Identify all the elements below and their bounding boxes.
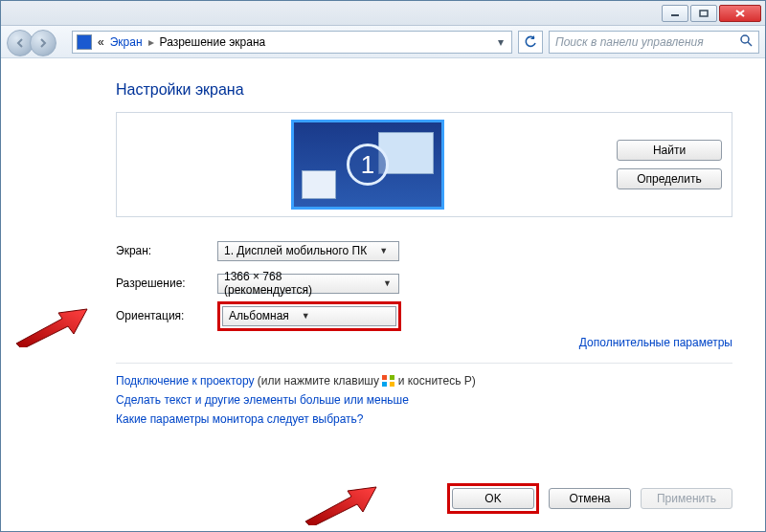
monitor-preview[interactable]: 1 bbox=[291, 120, 444, 210]
dialog-footer: OK Отмена Применить bbox=[1, 483, 732, 514]
orientation-value: Альбомная bbox=[229, 309, 289, 322]
which-monitor-link[interactable]: Какие параметры монитора следует выбрать… bbox=[116, 412, 364, 426]
resolution-label: Разрешение: bbox=[116, 277, 217, 290]
display-combo[interactable]: 1. Дисплей мобильного ПК ▼ bbox=[217, 241, 399, 261]
navigation-bar: « Экран ▸ Разрешение экрана ▾ Поиск в па… bbox=[1, 26, 765, 58]
window-frame: « Экран ▸ Разрешение экрана ▾ Поиск в па… bbox=[0, 0, 766, 532]
minimize-button[interactable] bbox=[662, 5, 688, 22]
search-placeholder: Поиск в панели управления bbox=[555, 35, 704, 49]
cancel-button[interactable]: Отмена bbox=[549, 488, 631, 509]
display-label: Экран: bbox=[116, 244, 217, 257]
projector-hint-b: и коснитесь P) bbox=[398, 374, 476, 388]
resolution-combo[interactable]: 1366 × 768 (рекомендуется) ▼ bbox=[217, 274, 399, 294]
resolution-value: 1366 × 768 (рекомендуется) bbox=[224, 270, 371, 297]
separator bbox=[116, 363, 732, 364]
chevron-down-icon: ▼ bbox=[380, 278, 394, 288]
windows-key-icon bbox=[382, 375, 394, 387]
highlight-box: Альбомная ▼ bbox=[217, 301, 401, 331]
control-panel-icon bbox=[77, 34, 92, 50]
monitor-number-badge: 1 bbox=[347, 144, 389, 186]
advanced-settings-link[interactable]: Дополнительные параметры bbox=[579, 336, 732, 349]
apply-button: Применить bbox=[641, 488, 732, 509]
breadcrumb-resolution: Разрешение экрана bbox=[160, 35, 266, 49]
titlebar bbox=[1, 1, 765, 26]
forward-button[interactable] bbox=[30, 30, 56, 56]
preview-window-icon bbox=[302, 170, 336, 199]
monitor-preview-box: 1 Найти Определить bbox=[116, 112, 732, 217]
find-button[interactable]: Найти bbox=[617, 140, 722, 161]
close-button[interactable] bbox=[719, 5, 761, 22]
maximize-button[interactable] bbox=[690, 5, 717, 22]
orientation-label: Ориентация: bbox=[116, 309, 217, 322]
chevron-down-icon: ▼ bbox=[299, 311, 313, 321]
detect-button[interactable]: Определить bbox=[617, 168, 722, 189]
search-box[interactable]: Поиск в панели управления bbox=[549, 31, 759, 54]
chevron-down-icon: ▼ bbox=[376, 246, 391, 255]
scaling-link[interactable]: Сделать текст и другие элементы больше и… bbox=[116, 393, 409, 407]
breadcrumb-root: « bbox=[98, 35, 104, 49]
svg-line-5 bbox=[748, 42, 752, 46]
breadcrumb-separator-icon: ▸ bbox=[148, 35, 154, 49]
highlight-box: OK bbox=[447, 483, 539, 514]
refresh-button[interactable] bbox=[518, 31, 543, 54]
projector-link[interactable]: Подключение к проектору bbox=[116, 374, 255, 388]
orientation-combo[interactable]: Альбомная ▼ bbox=[222, 306, 396, 326]
projector-hint-a: (или нажмите клавишу bbox=[258, 374, 383, 388]
annotation-arrow-icon bbox=[11, 305, 91, 347]
address-bar[interactable]: « Экран ▸ Разрешение экрана ▾ bbox=[72, 31, 512, 54]
ok-button[interactable]: OK bbox=[452, 488, 534, 509]
content-area: Настройки экрана 1 Найти Определить Экра… bbox=[1, 58, 765, 531]
display-value: 1. Дисплей мобильного ПК bbox=[224, 244, 367, 257]
svg-rect-1 bbox=[700, 11, 708, 16]
svg-point-4 bbox=[741, 35, 749, 43]
page-title: Настройки экрана bbox=[116, 81, 732, 99]
search-icon bbox=[739, 33, 753, 50]
nav-back-forward bbox=[7, 30, 66, 55]
breadcrumb-screen[interactable]: Экран bbox=[110, 35, 143, 49]
address-dropdown-icon[interactable]: ▾ bbox=[494, 35, 507, 49]
